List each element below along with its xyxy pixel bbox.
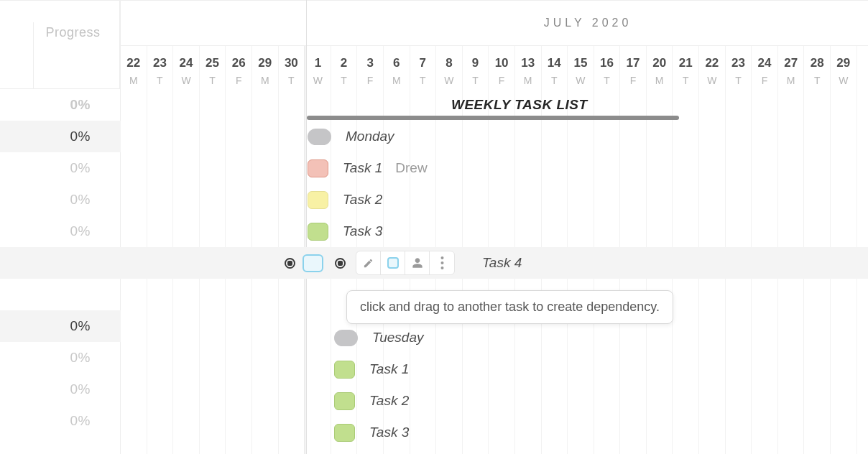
- person-icon: [412, 257, 423, 269]
- date-number: 24: [752, 56, 777, 70]
- date-number: 28: [804, 56, 830, 70]
- task-chip[interactable]: [303, 254, 323, 272]
- date-weekday: F: [226, 75, 251, 86]
- task-label: Task 1: [343, 160, 382, 176]
- date-number: 25: [200, 56, 226, 70]
- task-label: Task 3: [343, 223, 382, 239]
- date-weekday: M: [384, 75, 410, 86]
- date-weekday: T: [200, 75, 226, 86]
- task-row[interactable]: Task 3: [121, 417, 868, 448]
- task-row[interactable]: Task 1 Drew: [121, 152, 868, 184]
- date-weekday: W: [305, 75, 331, 86]
- day-label: Monday: [346, 129, 394, 144]
- progress-value: 0%: [0, 216, 121, 247]
- date-number: 26: [226, 56, 251, 70]
- task-row[interactable]: Task 2: [121, 184, 868, 216]
- dependency-handle-left[interactable]: [285, 258, 295, 269]
- day-chip[interactable]: [334, 330, 358, 346]
- edit-button[interactable]: [356, 251, 381, 274]
- task-row[interactable]: Task 3: [121, 216, 868, 247]
- task-label: Task 2: [369, 393, 409, 409]
- date-number: 16: [594, 56, 620, 70]
- dependency-handle-right[interactable]: [335, 258, 346, 269]
- more-button[interactable]: [430, 251, 454, 274]
- date-weekday: W: [831, 75, 857, 86]
- task-chip[interactable]: [308, 223, 328, 241]
- date-weekday: W: [173, 75, 199, 86]
- date-weekday: T: [331, 75, 357, 86]
- task-chip[interactable]: [308, 191, 328, 209]
- tooltip: click and drag to another task to create…: [346, 290, 673, 324]
- progress-value: 0%: [0, 89, 121, 121]
- date-weekday: T: [410, 75, 436, 86]
- date-weekday: T: [804, 75, 830, 86]
- task-label: Task 2: [343, 192, 382, 208]
- task-chip[interactable]: [334, 361, 355, 379]
- progress-value: [0, 279, 121, 310]
- task-chip[interactable]: [334, 392, 355, 410]
- progress-sidebar: Progress 0% 0% 0% 0% 0% 0% 0% 0% 0% 0%: [0, 0, 121, 454]
- progress-value: 0%: [0, 152, 121, 184]
- date-number: 2: [331, 56, 357, 70]
- date-number: 13: [515, 56, 541, 70]
- day-row-tuesday[interactable]: Tuesday: [121, 322, 868, 353]
- day-label: Tuesday: [372, 330, 423, 346]
- month-label: JULY 2020: [544, 17, 632, 29]
- svg-point-2: [440, 267, 443, 269]
- month-header: JULY 2020: [121, 0, 868, 46]
- date-number: 24: [173, 56, 199, 70]
- date-weekday: F: [752, 75, 777, 86]
- date-number: 21: [673, 56, 698, 70]
- color-button[interactable]: [381, 251, 405, 274]
- date-number: 22: [699, 56, 725, 70]
- date-weekday: T: [594, 75, 620, 86]
- task-row[interactable]: Task 2: [121, 385, 868, 417]
- task-label: Task 3: [369, 425, 409, 440]
- progress-header-label: Progress: [45, 25, 100, 40]
- more-vertical-icon: [440, 256, 444, 269]
- date-weekday: M: [121, 75, 147, 86]
- progress-value: 0%: [0, 405, 121, 437]
- task-chip[interactable]: [334, 424, 355, 442]
- date-number: 7: [410, 56, 436, 70]
- task-label: Task 4: [482, 255, 522, 271]
- date-weekday: F: [357, 75, 383, 86]
- date-weekday: M: [778, 75, 804, 86]
- date-number: 10: [489, 56, 514, 70]
- date-number: 30: [279, 56, 305, 70]
- date-number: 15: [568, 56, 594, 70]
- assign-button[interactable]: [405, 251, 430, 274]
- svg-point-1: [440, 261, 443, 264]
- date-number: 3: [357, 56, 383, 70]
- date-number: 23: [147, 56, 173, 70]
- progress-value: 0%: [0, 374, 121, 405]
- tooltip-text: click and drag to another task to create…: [360, 300, 660, 314]
- date-number: 6: [384, 56, 410, 70]
- date-number: 8: [436, 56, 462, 70]
- date-weekday: F: [489, 75, 514, 86]
- progress-value: 0%: [0, 342, 121, 374]
- date-number: 9: [463, 56, 489, 70]
- date-weekday: T: [463, 75, 489, 86]
- color-swatch-icon: [387, 257, 399, 269]
- day-row-monday[interactable]: Monday: [121, 121, 868, 152]
- date-weekday: W: [568, 75, 594, 86]
- svg-point-0: [440, 256, 443, 259]
- date-weekday: M: [515, 75, 541, 86]
- date-number: 14: [542, 56, 568, 70]
- task-row-active[interactable]: Task 4: [121, 247, 868, 279]
- date-number: 27: [778, 56, 804, 70]
- task-chip[interactable]: [308, 159, 328, 177]
- date-number: 1: [305, 56, 331, 70]
- date-number: 29: [252, 56, 278, 70]
- summary-bar[interactable]: [307, 116, 679, 120]
- progress-header: Progress: [0, 0, 120, 89]
- date-weekday: T: [673, 75, 698, 86]
- task-row[interactable]: Task 1: [121, 353, 868, 385]
- date-number: 20: [647, 56, 673, 70]
- day-chip[interactable]: [308, 129, 331, 145]
- progress-value: 0%: [0, 121, 121, 152]
- date-weekday: T: [279, 75, 305, 86]
- date-number: 22: [121, 56, 147, 70]
- date-number: 29: [831, 56, 857, 70]
